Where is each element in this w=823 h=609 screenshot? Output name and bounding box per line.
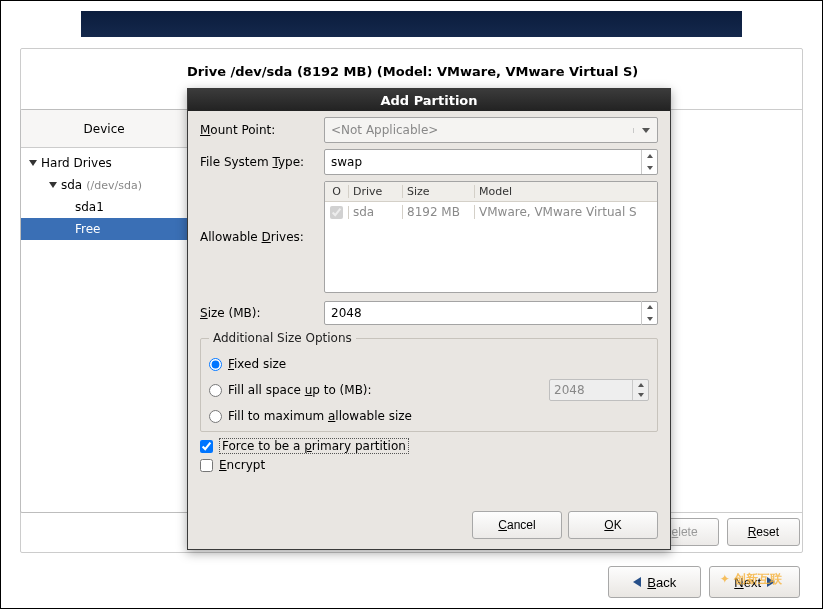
mount-point-value: <Not Applicable> — [325, 123, 633, 137]
reset-button[interactable]: Reset — [727, 518, 800, 546]
button-label: Next — [734, 575, 761, 590]
arrow-left-icon — [633, 577, 641, 587]
drives-header-model: Model — [475, 185, 657, 198]
tree-label: Hard Drives — [41, 156, 112, 170]
size-value: 2048 — [325, 306, 641, 320]
fs-type-label: File System Type: — [200, 155, 318, 169]
caret-down-icon — [49, 182, 57, 188]
tree-label: sda — [61, 178, 82, 192]
fill-max-radio[interactable] — [209, 410, 222, 423]
drive-row[interactable]: sda 8192 MB VMware, VMware Virtual S — [325, 202, 657, 222]
chevron-down-icon — [633, 128, 657, 133]
additional-size-options-group: Additional Size Options Fixed size Fill … — [200, 331, 658, 432]
drive-row-model: VMware, VMware Virtual S — [475, 205, 657, 219]
fixed-size-label: Fixed size — [228, 357, 286, 371]
add-partition-dialog: Add Partition Mount Point: <Not Applicab… — [187, 88, 671, 550]
fill-max-label: Fill to maximum allowable size — [228, 409, 412, 423]
cancel-button[interactable]: Cancel — [472, 511, 562, 539]
drives-list-header: O Drive Size Model — [325, 182, 657, 202]
spinner-icon — [632, 380, 648, 400]
fill-up-to-label: Fill all space up to (MB): — [228, 383, 372, 397]
size-label: Size (MB): — [200, 306, 318, 320]
button-label: OK — [604, 518, 621, 532]
fill-up-to-radio[interactable] — [209, 384, 222, 397]
encrypt-label: Encrypt — [219, 458, 265, 472]
ok-button[interactable]: OK — [568, 511, 658, 539]
drive-row-checkbox[interactable] — [330, 206, 343, 219]
fill-up-to-value: 2048 — [554, 383, 585, 397]
fs-type-value: swap — [325, 155, 641, 169]
button-label: Reset — [748, 525, 779, 539]
spinner-icon — [641, 301, 657, 325]
drives-header-checkbox: O — [325, 185, 349, 198]
fixed-size-radio[interactable] — [209, 358, 222, 371]
tree-label-path: (/dev/sda) — [86, 179, 142, 192]
allowable-drives-list[interactable]: O Drive Size Model sda 8192 MB VMware, V… — [324, 181, 658, 293]
tree-label: sda1 — [75, 200, 104, 214]
dialog-title: Add Partition — [188, 89, 670, 111]
mount-point-combo[interactable]: <Not Applicable> — [324, 117, 658, 143]
back-button[interactable]: Back — [608, 566, 701, 598]
mount-point-label: Mount Point: — [200, 123, 318, 137]
fill-up-to-spinbox: 2048 — [549, 379, 649, 401]
fs-type-combo[interactable]: swap — [324, 149, 658, 175]
arrow-right-icon — [767, 577, 775, 587]
force-primary-label: Force to be a primary partition — [219, 438, 409, 454]
titlebar-band — [81, 11, 742, 37]
tree-label: Free — [75, 222, 100, 236]
allowable-drives-label: Allowable Drives: — [200, 230, 318, 244]
size-spinbox[interactable]: 2048 — [324, 301, 658, 325]
additional-size-legend: Additional Size Options — [209, 331, 356, 345]
combo-spinner-icon — [641, 150, 657, 174]
caret-down-icon — [29, 160, 37, 166]
button-label: Back — [647, 575, 676, 590]
drive-row-size: 8192 MB — [403, 205, 475, 219]
next-button[interactable]: Next — [709, 566, 800, 598]
drives-header-size: Size — [403, 185, 475, 198]
force-primary-checkbox[interactable] — [200, 440, 213, 453]
encrypt-checkbox[interactable] — [200, 459, 213, 472]
drives-header-drive: Drive — [349, 185, 403, 198]
button-label: Cancel — [498, 518, 535, 532]
device-column-header[interactable]: Device — [21, 110, 188, 147]
drive-row-name: sda — [349, 205, 403, 219]
